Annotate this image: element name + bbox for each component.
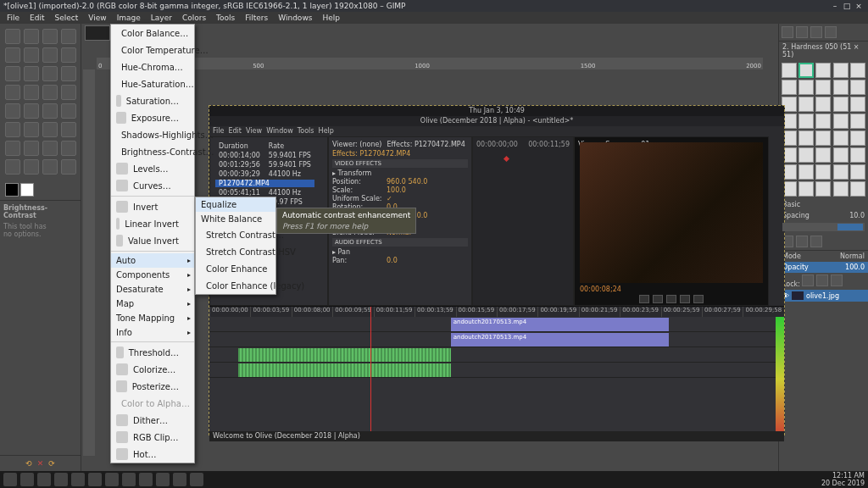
video-track-1[interactable]: andoutch20170513.mp4 bbox=[209, 317, 784, 332]
brush[interactable] bbox=[850, 63, 865, 78]
tool-rotate[interactable] bbox=[24, 85, 39, 100]
menu-item-map[interactable]: Map▸ bbox=[111, 297, 194, 311]
menu-item-stretch-contrast-hsv[interactable]: Stretch Contrast HSV bbox=[196, 243, 275, 260]
brush[interactable] bbox=[798, 164, 814, 180]
auto-submenu[interactable]: Equalize White Balance Stretch Contrast…… bbox=[195, 197, 276, 295]
patterns-tab-icon[interactable] bbox=[796, 26, 808, 38]
tool-eraser[interactable] bbox=[24, 141, 39, 156]
menu-item-hue-saturation[interactable]: Hue-Saturation… bbox=[111, 75, 194, 92]
clip-video[interactable]: andoutch20170513.mp4 bbox=[451, 333, 670, 347]
tool-fuzzy-select[interactable] bbox=[5, 47, 20, 63]
reset-icon[interactable]: ⟳ bbox=[48, 459, 55, 468]
olive-menu-window[interactable]: Window bbox=[266, 127, 293, 135]
paths-tab-icon[interactable] bbox=[810, 236, 822, 247]
tool-dodge[interactable] bbox=[61, 159, 76, 175]
tool-paths[interactable] bbox=[5, 66, 20, 81]
playhead[interactable] bbox=[370, 307, 371, 441]
play-icon[interactable] bbox=[666, 295, 676, 303]
brush[interactable] bbox=[798, 97, 814, 112]
tool-move[interactable] bbox=[5, 29, 20, 44]
brush[interactable] bbox=[815, 130, 831, 146]
audio-track-1[interactable] bbox=[209, 347, 784, 363]
history-tab-icon[interactable] bbox=[825, 26, 837, 38]
tool-scale[interactable] bbox=[42, 85, 58, 100]
menu-select[interactable]: Select bbox=[50, 14, 84, 22]
menu-item-dither[interactable]: Dither… bbox=[111, 412, 194, 429]
brush[interactable] bbox=[833, 114, 849, 129]
taskbar-app-icon[interactable] bbox=[139, 473, 153, 486]
tool-crop[interactable] bbox=[5, 85, 20, 100]
go-end-icon[interactable] bbox=[693, 295, 704, 303]
menu-item-shadows-highlights[interactable]: Shadows-Highlights… bbox=[111, 126, 194, 143]
menu-item-color-temperature[interactable]: Color Temperature… bbox=[111, 42, 194, 58]
brush[interactable] bbox=[782, 63, 797, 78]
brush[interactable] bbox=[850, 147, 865, 163]
brush[interactable] bbox=[782, 80, 797, 95]
brush[interactable] bbox=[850, 164, 865, 180]
tool-flip[interactable] bbox=[24, 103, 39, 119]
prop-scale-value[interactable]: 100.0 bbox=[387, 186, 406, 194]
desktop-taskbar[interactable]: 12:11 AM 20 Dec 2019 bbox=[0, 471, 868, 488]
taskbar-app-icon[interactable] bbox=[156, 473, 170, 486]
brush[interactable] bbox=[815, 80, 831, 95]
brush[interactable] bbox=[815, 164, 831, 180]
menu-item-white-balance[interactable]: White Balance bbox=[196, 212, 275, 226]
menu-image[interactable]: Image bbox=[112, 14, 146, 22]
tool-paintbrush[interactable] bbox=[5, 141, 20, 156]
olive-menu-help[interactable]: Help bbox=[319, 127, 334, 135]
brush[interactable] bbox=[850, 97, 865, 112]
menu-item-linear-invert[interactable]: Linear Invert bbox=[111, 215, 194, 232]
olive-timeline[interactable]: 00:00:00;0000:00:03;5900:00:08;0000:00:0… bbox=[209, 306, 784, 441]
taskbar-app-icon[interactable] bbox=[105, 473, 119, 486]
spacing-value[interactable]: 10.0 bbox=[849, 212, 865, 219]
lock-position-icon[interactable] bbox=[816, 274, 828, 286]
brush[interactable] bbox=[798, 130, 814, 146]
olive-menu-view[interactable]: View bbox=[246, 127, 262, 135]
menu-item-colorize[interactable]: Colorize… bbox=[111, 361, 194, 378]
window-maximize[interactable]: □ bbox=[841, 2, 853, 10]
tool-measure[interactable] bbox=[61, 66, 76, 81]
menu-item-levels[interactable]: Levels… bbox=[111, 160, 194, 177]
tool-pencil[interactable] bbox=[61, 122, 76, 137]
brush[interactable] bbox=[815, 114, 831, 129]
taskbar-app-icon[interactable] bbox=[122, 473, 136, 486]
background-swatch[interactable] bbox=[20, 183, 34, 197]
menu-item-invert[interactable]: Invert bbox=[111, 198, 194, 215]
menu-item-value-invert[interactable]: Value Invert bbox=[111, 232, 194, 249]
video-track-2[interactable]: andoutch20170513.mp4 bbox=[209, 332, 784, 347]
layer-row[interactable]: 👁 olive1.jpg bbox=[779, 290, 868, 302]
prev-frame-icon[interactable] bbox=[653, 295, 663, 303]
opacity-value[interactable]: 100.0 bbox=[845, 263, 865, 271]
foreground-swatch[interactable] bbox=[5, 183, 19, 197]
lock-pixels-icon[interactable] bbox=[802, 274, 814, 286]
brush[interactable] bbox=[833, 147, 849, 163]
taskbar-app-icon[interactable] bbox=[88, 473, 102, 486]
start-menu-icon[interactable] bbox=[3, 473, 17, 486]
menu-item-hot[interactable]: Hot… bbox=[111, 446, 194, 463]
tool-heal[interactable] bbox=[24, 159, 39, 175]
table-row[interactable]: 00:05:41;1144100 Hz bbox=[215, 189, 314, 197]
brush[interactable] bbox=[798, 147, 814, 163]
menu-item-auto[interactable]: Auto▸ bbox=[111, 253, 194, 268]
tool-airbrush[interactable] bbox=[42, 141, 58, 156]
menu-item-curves[interactable]: Curves… bbox=[111, 177, 194, 194]
brush[interactable] bbox=[833, 63, 849, 78]
taskbar-app-icon[interactable] bbox=[37, 473, 51, 486]
menu-item-components[interactable]: Components▸ bbox=[111, 268, 194, 282]
menu-item-desaturate[interactable]: Desaturate▸ bbox=[111, 282, 194, 297]
brush[interactable] bbox=[798, 63, 814, 78]
brushes-tab-icon[interactable] bbox=[782, 26, 793, 38]
tool-color-picker[interactable] bbox=[24, 66, 39, 81]
table-row[interactable]: 00:01:29;5659.9401 FPS bbox=[215, 161, 314, 169]
menu-item-rgb-clip[interactable]: RGB Clip… bbox=[111, 429, 194, 446]
tool-scissors[interactable] bbox=[42, 47, 58, 63]
brush[interactable] bbox=[833, 164, 849, 180]
menu-view[interactable]: View bbox=[83, 14, 111, 22]
tool-bucket[interactable] bbox=[24, 122, 39, 137]
transport-controls[interactable] bbox=[575, 295, 768, 303]
tool-gradient[interactable] bbox=[42, 122, 58, 137]
menu-item-exposure[interactable]: Exposure… bbox=[111, 109, 194, 126]
fonts-tab-icon[interactable] bbox=[810, 26, 822, 38]
menu-item-hue-chroma[interactable]: Hue-Chroma… bbox=[111, 58, 194, 75]
layer-name[interactable]: olive1.jpg bbox=[806, 292, 839, 300]
